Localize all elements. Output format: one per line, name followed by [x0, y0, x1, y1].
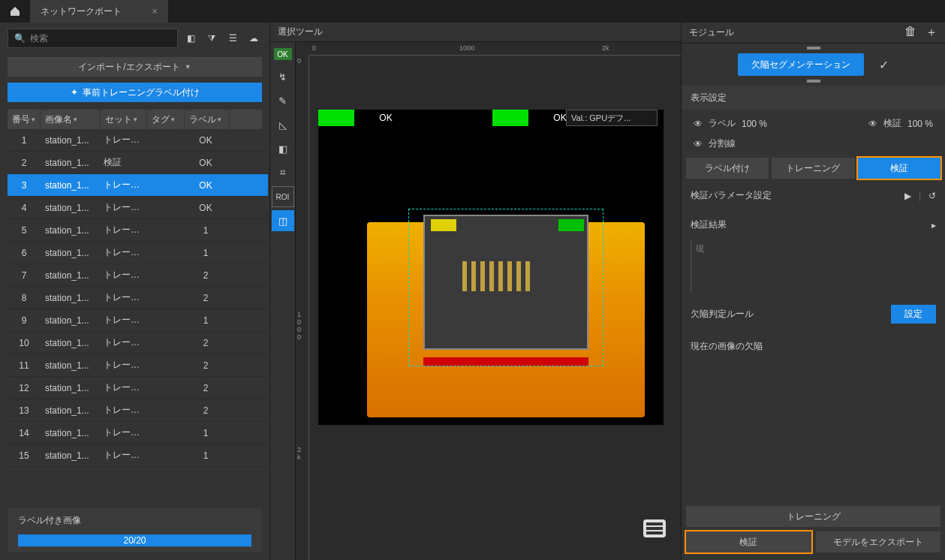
home-icon	[9, 5, 21, 17]
labeled-title: ラベル付き画像	[18, 514, 251, 527]
center-title: 選択ツール	[270, 23, 681, 42]
history-icon[interactable]: ↺	[928, 191, 936, 201]
project-tab[interactable]: ネットワークポート ×	[30, 0, 168, 23]
labeled-footer: ラベル付き画像 20/20	[8, 508, 262, 552]
import-export-button[interactable]: インポート/エクスポート ▼	[8, 57, 262, 77]
export-model-button[interactable]: モデルをエクスポート	[816, 531, 941, 552]
filter-icon[interactable]: ⧩	[203, 30, 220, 47]
pretrain-label-button[interactable]: ✦ 事前トレーニングラベル付け	[8, 83, 262, 102]
keyboard-icon[interactable]	[643, 519, 666, 537]
module-title: モジュール	[689, 26, 734, 39]
home-button[interactable]	[0, 0, 30, 23]
verify-visibility[interactable]: 👁 検証 100 %	[868, 117, 933, 130]
segline-visibility[interactable]: 👁 分割線	[694, 137, 736, 150]
grid-tool[interactable]: ⌗	[272, 162, 294, 183]
table-row[interactable]: 1station_1...トレーニ...OK	[8, 129, 268, 152]
rule-title: 欠陥判定ルール	[691, 308, 754, 321]
list-icon[interactable]: ☰	[224, 30, 241, 47]
chevron-down-icon: ▼	[185, 63, 191, 71]
image-viewport[interactable]: OK OK Val.: GPUデフ...	[318, 110, 664, 425]
ruler-vertical: 0 1 0 0 0 2 k	[296, 56, 309, 560]
table-row[interactable]: 8station_1...トレーニ...2	[8, 287, 268, 309]
shape-tool[interactable]: ◺	[272, 114, 294, 135]
tab-title: ネットワークポート	[41, 5, 122, 18]
chip-handle-top[interactable]	[807, 47, 820, 50]
close-icon[interactable]: ×	[152, 5, 158, 17]
val-gpu-tag: Val.: GPUデフ...	[566, 110, 658, 126]
table-row[interactable]: 4station_1...トレーニ...OK	[8, 197, 268, 219]
eye-icon: 👁	[694, 119, 703, 129]
image-table[interactable]: 1station_1...トレーニ...OK2station_1...検証OK3…	[8, 129, 268, 504]
right-panel: モジュール 🗑 ＋ 欠陥セグメンテーション ✓ 表示設定 👁	[681, 23, 945, 560]
center-panel: 選択ツール OK ↯ ✎ ◺ ◧ ⌗ ROI ◫ 0 1000	[270, 23, 681, 560]
label-visibility[interactable]: 👁 ラベル 100 %	[694, 117, 767, 130]
ruler-horizontal: 0 1000 2k	[309, 42, 681, 56]
sparkle-icon: ✦	[71, 87, 78, 98]
tab-labeling[interactable]: ラベル付け	[686, 158, 769, 179]
lasso-tool[interactable]: ↯	[272, 66, 294, 87]
add-icon[interactable]: ＋	[925, 25, 937, 41]
play-icon[interactable]: ▶	[904, 191, 911, 201]
table-row[interactable]: 7station_1...トレーニ...2	[8, 264, 268, 287]
table-row[interactable]: 15station_1...トレーニ...1	[8, 444, 268, 467]
ok-badge-tool[interactable]: OK	[274, 48, 292, 60]
table-row[interactable]: 14station_1...トレーニ...1	[8, 422, 268, 444]
tool-strip: OK ↯ ✎ ◺ ◧ ⌗ ROI ◫	[270, 42, 296, 560]
roi-tool[interactable]: ROI	[272, 186, 294, 207]
left-panel: 🔍 検索 ◧ ⧩ ☰ ☁ インポート/エクスポート ▼ ✦ 事前トレーニングラベ…	[0, 23, 270, 560]
cloud-icon[interactable]: ☁	[245, 30, 262, 47]
table-row[interactable]: 9station_1...トレーニ...1	[8, 309, 268, 332]
defects-title: 現在の画像の欠陥	[682, 333, 945, 360]
search-input[interactable]: 🔍 検索	[8, 29, 178, 48]
table-row[interactable]: 13station_1...トレーニ...2	[8, 399, 268, 422]
eye-icon: 👁	[868, 119, 877, 129]
wand-tool[interactable]: ✎	[272, 90, 294, 111]
progress-bar: 20/20	[18, 534, 251, 546]
table-row[interactable]: 2station_1...検証OK	[8, 152, 268, 174]
search-icon: 🔍	[14, 33, 26, 44]
table-row[interactable]: 6station_1...トレーニ...1	[8, 242, 268, 264]
module-chip[interactable]: 欠陥セグメンテーション	[738, 53, 864, 76]
table-row[interactable]: 3station_1...トレーニ...OK	[8, 174, 268, 197]
chevron-right-icon[interactable]: ▸	[931, 220, 936, 230]
trash-icon[interactable]: 🗑	[904, 25, 916, 41]
verify-button[interactable]: 検証	[686, 531, 811, 552]
result-title: 検証結果	[691, 218, 727, 231]
canvas[interactable]: 0 1000 2k 0 1 0 0 0 2 k OK	[296, 42, 681, 560]
rule-settings-button[interactable]: 設定	[891, 305, 936, 324]
col-label[interactable]: ラベル▾	[185, 110, 230, 129]
col-num[interactable]: 番号▾	[8, 110, 41, 129]
table-row[interactable]: 11station_1...トレーニ...2	[8, 354, 268, 377]
result-box: 現	[691, 240, 936, 293]
table-header: 番号▾ 画像名▾ セット▾ タグ▾ ラベル▾	[8, 110, 262, 129]
col-name[interactable]: 画像名▾	[41, 110, 101, 129]
search-placeholder: 検索	[30, 32, 48, 45]
user-filter-icon[interactable]: ◧	[182, 30, 199, 47]
param-title: 検証パラメータ設定	[691, 189, 772, 202]
table-row[interactable]: 5station_1...トレーニ...1	[8, 219, 268, 242]
training-button[interactable]: トレーニング	[686, 506, 940, 527]
tab-training[interactable]: トレーニング	[772, 158, 854, 179]
table-row[interactable]: 10station_1...トレーニ...2	[8, 332, 268, 354]
check-icon[interactable]: ✓	[879, 58, 889, 72]
eraser-tool[interactable]: ◧	[272, 138, 294, 159]
label-ok-tag: OK	[318, 110, 417, 126]
chip-handle-bottom[interactable]	[807, 80, 820, 83]
col-tag[interactable]: タグ▾	[147, 110, 185, 129]
titlebar: ネットワークポート ×	[0, 0, 945, 23]
col-set[interactable]: セット▾	[101, 110, 147, 129]
table-row[interactable]: 12station_1...トレーニ...2	[8, 377, 268, 399]
roi-rectangle[interactable]	[408, 209, 603, 366]
tab-verify[interactable]: 検証	[858, 158, 940, 179]
eye-icon: 👁	[694, 139, 703, 149]
transform-tool[interactable]: ◫	[272, 210, 294, 231]
display-section-title: 表示設定	[682, 86, 945, 110]
